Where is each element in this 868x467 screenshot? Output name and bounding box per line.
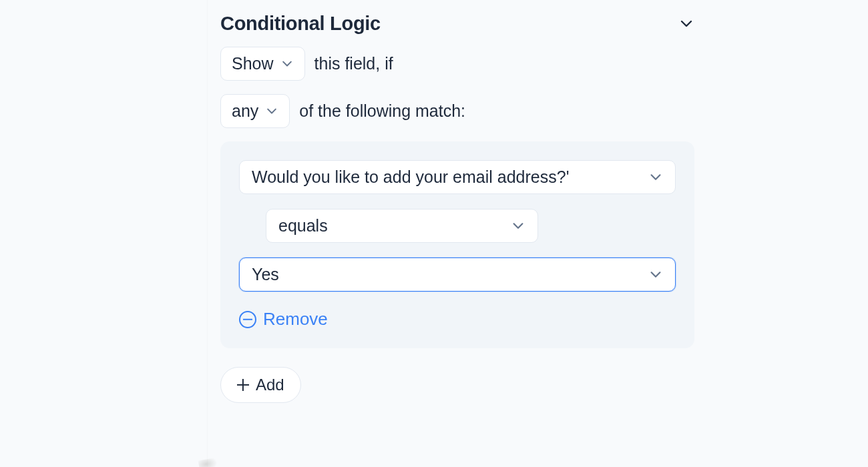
match-mode-value: any	[232, 103, 258, 119]
conditional-logic-panel: Conditional Logic Show this field, if an…	[220, 10, 694, 403]
rule-field-row: Would you like to add your email address…	[239, 160, 676, 194]
rule-field-select[interactable]: Would you like to add your email address…	[239, 160, 676, 194]
rule-remove-row: Remove	[239, 309, 676, 330]
chevron-down-icon	[511, 219, 525, 234]
rule-field-value: Would you like to add your email address…	[252, 169, 569, 185]
rule-operator-row: equals	[239, 209, 676, 243]
decorative-smudge	[198, 458, 219, 467]
rule-value-row: Yes	[239, 258, 676, 292]
action-suffix-text: this field, if	[314, 54, 393, 73]
panel-title: Conditional Logic	[220, 13, 381, 35]
action-select-value: Show	[232, 55, 274, 72]
rule-value-value: Yes	[252, 266, 279, 283]
chevron-down-icon	[648, 268, 663, 282]
match-mode-select[interactable]: any	[220, 94, 290, 128]
rule-value-select[interactable]: Yes	[239, 258, 676, 292]
chevron-down-icon	[280, 57, 294, 71]
chevron-down-icon	[265, 105, 278, 118]
rule-operator-select[interactable]: equals	[266, 209, 538, 243]
match-suffix-text: of the following match:	[299, 101, 465, 121]
panel-collapse-icon[interactable]	[678, 16, 694, 32]
match-sentence-row: any of the following match:	[220, 94, 694, 128]
plus-icon	[237, 379, 249, 391]
panel-header[interactable]: Conditional Logic	[220, 10, 694, 47]
rule-card: Would you like to add your email address…	[220, 141, 694, 348]
rule-operator-value: equals	[278, 217, 328, 234]
panel-left-divider	[207, 0, 208, 467]
remove-rule-button[interactable]: Remove	[239, 309, 328, 330]
action-select[interactable]: Show	[220, 47, 305, 81]
action-sentence-row: Show this field, if	[220, 47, 694, 81]
add-row: Add	[220, 348, 694, 403]
add-label: Add	[256, 377, 284, 393]
minus-circle-icon	[239, 311, 256, 328]
chevron-down-icon	[648, 170, 663, 185]
add-rule-button[interactable]: Add	[220, 367, 301, 403]
remove-label: Remove	[263, 309, 328, 330]
